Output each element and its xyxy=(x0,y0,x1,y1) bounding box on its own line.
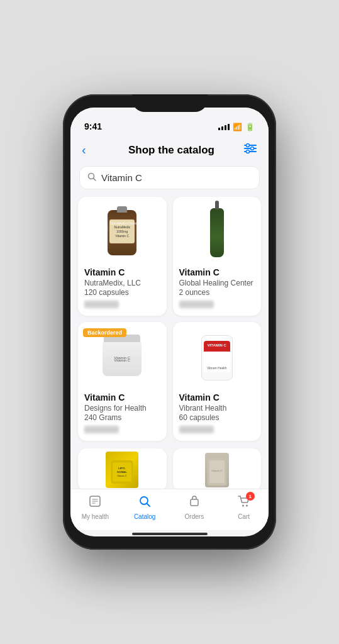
phone-screen: 9:41 📶 🔋 ‹ Shop the catalog xyxy=(70,108,269,536)
bottom-nav: My health Catalog Orders xyxy=(70,489,269,530)
partial-products-row: LIPO- SOMAL Vitamin C Vitamin C xyxy=(70,448,269,489)
cart-badge: 1 xyxy=(246,492,255,501)
status-icons: 📶 🔋 xyxy=(218,123,255,131)
svg-point-24 xyxy=(242,505,244,507)
nav-cart-label: Cart xyxy=(238,513,250,520)
product-tub-white: Vitamin C xyxy=(103,340,142,376)
partial-card-2[interactable]: Vitamin C xyxy=(173,448,262,489)
phone-shell: 9:41 📶 🔋 ‹ Shop the catalog xyxy=(63,94,276,550)
product-image-2 xyxy=(179,204,255,261)
product-card-2[interactable]: Vitamin C Global Healing Center 2 ounces xyxy=(173,197,262,316)
partial-card-1[interactable]: LIPO- SOMAL Vitamin C xyxy=(78,448,167,489)
nav-catalog-label: Catalog xyxy=(134,513,155,520)
product-name-3: Vitamin C xyxy=(84,392,160,402)
svg-text:Vitamin C: Vitamin C xyxy=(118,475,128,477)
svg-line-22 xyxy=(147,504,150,507)
signal-bar-3 xyxy=(225,125,226,130)
status-time: 9:41 xyxy=(84,121,102,131)
orders-icon xyxy=(187,494,201,511)
price-blur-1 xyxy=(84,301,119,308)
product-price-1 xyxy=(84,301,160,308)
product-size-2: 2 ounces xyxy=(179,288,255,297)
notch xyxy=(132,94,208,112)
svg-text:SOMAL: SOMAL xyxy=(117,470,127,474)
product-size-3: 240 Grams xyxy=(84,413,160,422)
product-name-2: Vitamin C xyxy=(179,267,255,277)
product-card-3[interactable]: Backordered Vitamin C Vitamin C Designs … xyxy=(78,322,167,441)
product-brand-3: Designs for Health xyxy=(84,404,160,413)
tub-label: Vitamin C xyxy=(106,358,138,362)
product-image-1: NutraMedix1000mgVitamin C xyxy=(84,204,160,261)
svg-line-7 xyxy=(94,179,96,181)
product-image-3: Vitamin C xyxy=(84,330,160,386)
price-blur-2 xyxy=(179,301,214,308)
page-title: Shop the catalog xyxy=(128,144,214,157)
svg-text:LIPO-: LIPO- xyxy=(118,467,126,470)
product-name-1: Vitamin C xyxy=(84,267,160,277)
wifi-icon: 📶 xyxy=(233,123,242,131)
header: ‹ Shop the catalog xyxy=(70,135,269,164)
svg-text:Vitamin C: Vitamin C xyxy=(211,469,222,472)
nav-cart[interactable]: 1 Cart xyxy=(219,494,269,520)
battery-icon: 🔋 xyxy=(245,123,255,131)
home-indicator xyxy=(132,533,208,535)
bottle-label: NutraMedix1000mgVitamin C xyxy=(109,219,135,243)
svg-point-25 xyxy=(246,505,248,507)
svg-point-3 xyxy=(247,144,250,147)
product-card-4[interactable]: VITAMIN C Vibrant Health Vitamin C Vibra… xyxy=(173,322,262,441)
price-blur-3 xyxy=(84,426,119,433)
search-icon xyxy=(87,172,96,183)
signal-bar-4 xyxy=(228,124,230,130)
back-button[interactable]: ‹ xyxy=(82,143,99,157)
app-content: ‹ Shop the catalog xyxy=(70,135,269,489)
product-bottle-brown: NutraMedix1000mgVitamin C xyxy=(108,210,136,255)
nav-my-health-label: My health xyxy=(82,513,109,520)
product-tea-bag: Vitamin C xyxy=(205,453,229,487)
product-dropper-green xyxy=(210,208,224,257)
product-brand-1: NutraMedix, LLC xyxy=(84,279,160,287)
product-brand-2: Global Healing Center xyxy=(179,279,255,287)
backordered-badge: Backordered xyxy=(83,328,126,337)
product-card-1[interactable]: NutraMedix1000mgVitamin C Vitamin C Nutr… xyxy=(78,197,167,316)
bottle-label-red: VITAMIN C Vibrant Health xyxy=(204,341,230,372)
nav-orders[interactable]: Orders xyxy=(170,494,220,520)
svg-point-5 xyxy=(247,150,250,153)
signal-bars xyxy=(218,124,230,130)
nav-my-health[interactable]: My health xyxy=(70,494,120,520)
signal-bar-1 xyxy=(218,128,220,130)
product-size-1: 120 capsules xyxy=(84,288,160,297)
my-health-icon xyxy=(88,494,102,511)
search-bar[interactable]: Vitamin C xyxy=(79,166,260,189)
product-liposomal: LIPO- SOMAL Vitamin C xyxy=(106,452,138,488)
nav-orders-label: Orders xyxy=(185,513,204,520)
product-size-4: 60 capsules xyxy=(179,413,255,422)
product-name-4: Vitamin C xyxy=(179,392,255,402)
svg-rect-23 xyxy=(191,499,198,506)
product-price-4 xyxy=(179,426,255,433)
svg-point-4 xyxy=(251,147,254,150)
search-value: Vitamin C xyxy=(101,172,142,183)
filter-button[interactable] xyxy=(243,143,257,157)
signal-bar-2 xyxy=(221,126,223,130)
product-image-4: VITAMIN C Vibrant Health xyxy=(179,330,255,386)
nav-catalog[interactable]: Catalog xyxy=(120,494,170,520)
product-brand-4: Vibrant Health xyxy=(179,404,255,413)
catalog-icon xyxy=(138,494,152,511)
cart-icon: 1 xyxy=(237,494,251,511)
product-price-3 xyxy=(84,426,160,433)
product-bottle-red: VITAMIN C Vibrant Health xyxy=(201,335,233,380)
price-blur-4 xyxy=(179,426,214,433)
products-grid: NutraMedix1000mgVitamin C Vitamin C Nutr… xyxy=(70,197,269,448)
product-price-2 xyxy=(179,301,255,308)
